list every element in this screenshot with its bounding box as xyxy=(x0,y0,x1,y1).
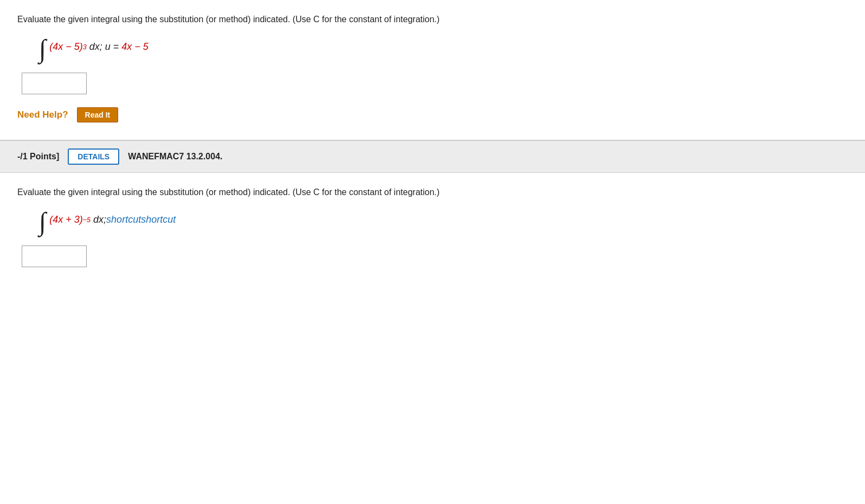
integral-sign-2: ∫ xyxy=(39,209,46,235)
problem-2-integral: ∫ (4x + 3)−5 dx; shortcut shortcut xyxy=(39,209,848,235)
integrand-exp-1: 3 xyxy=(83,43,87,51)
problem-id-2: WANEFMAC7 13.2.004. xyxy=(128,152,222,161)
need-help-row-1: Need Help? Read It xyxy=(17,107,848,122)
details-button-2[interactable]: DETAILS xyxy=(68,148,119,165)
points-label-2: -/1 Points] xyxy=(17,152,59,161)
problem-2-section: Evaluate the given integral using the su… xyxy=(0,173,865,298)
problem-2-header: -/1 Points] DETAILS WANEFMAC7 13.2.004. xyxy=(0,140,865,173)
integral-sign-1: ∫ xyxy=(39,36,46,62)
method-label-2: shortcut xyxy=(106,214,141,225)
integral-body-2: (4x + 3)−5 dx; shortcut shortcut xyxy=(49,214,176,225)
substitution-label-1: u = xyxy=(102,41,122,53)
substitution-value-1: 4x − 5 xyxy=(121,41,149,53)
problem-1-section: Evaluate the given integral using the su… xyxy=(0,0,865,140)
integrand-dx-2: dx; xyxy=(91,214,106,225)
problem-1-integral: ∫ (4x − 5)3 dx; u = 4x − 5 xyxy=(39,36,848,62)
method-label-2b: shortcut xyxy=(141,214,176,225)
integral-body-1: (4x − 5)3 dx; u = 4x − 5 xyxy=(49,41,149,53)
integrand-dx-1: dx; xyxy=(87,41,102,53)
integrand-red-2: (4x + 3) xyxy=(49,214,83,225)
integrand-exp-2: −5 xyxy=(83,216,91,224)
integrand-red-1: (4x − 5) xyxy=(49,41,83,53)
problem-2-description: Evaluate the given integral using the su… xyxy=(17,186,848,199)
need-help-label-1: Need Help? xyxy=(17,109,68,120)
problem-1-description: Evaluate the given integral using the su… xyxy=(17,13,848,26)
answer-input-2[interactable] xyxy=(22,245,87,267)
answer-input-1[interactable] xyxy=(22,73,87,94)
read-it-button-1[interactable]: Read It xyxy=(77,107,119,122)
